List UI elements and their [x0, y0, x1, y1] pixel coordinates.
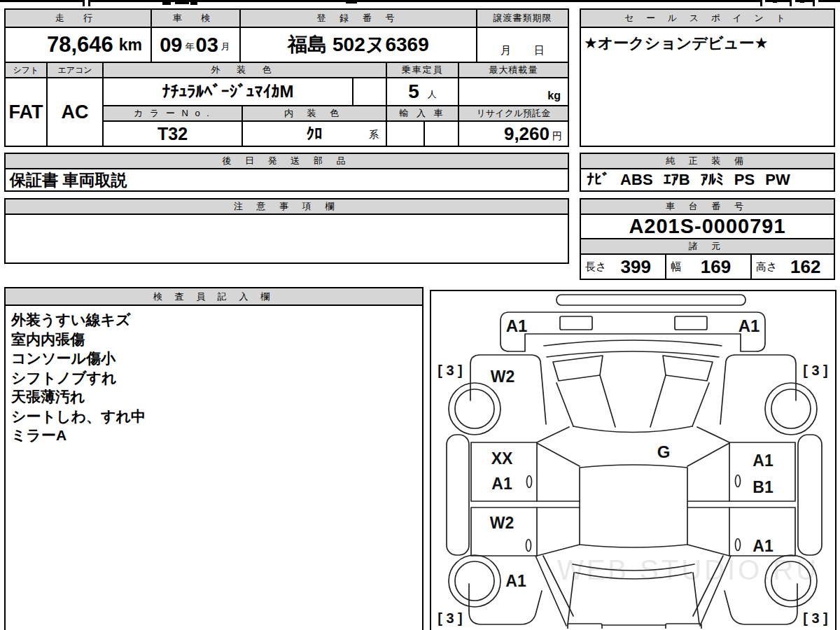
wheel-front-right	[765, 383, 817, 435]
later-parts-header: 後 日 発 送 部 品	[4, 153, 569, 169]
inspector-note-line: ミラーA	[11, 426, 416, 445]
inspector-note-line: コンソール傷小	[11, 349, 416, 368]
recycle-deposit-unit: 円	[552, 130, 562, 143]
mark-front-panel-right: A1	[738, 316, 760, 335]
shift-header: シフト	[4, 62, 48, 78]
interior-color-name: ｸﾛ	[307, 125, 323, 144]
spec-length-value: 399	[606, 256, 665, 278]
transfer-deadline-header: 譲渡書類期限	[476, 8, 569, 28]
mark-front-left-door-bottom: A1	[491, 475, 512, 493]
spec-length: 長さ 399	[580, 253, 666, 280]
exterior-color-header: 外 装 色	[102, 62, 387, 78]
clipped-row-fragment	[346, 0, 357, 4]
spec-length-label: 長さ	[585, 260, 606, 274]
recycle-deposit-value: 9,260 円	[458, 120, 569, 147]
clipped-row-fragment	[190, 0, 197, 5]
mileage-unit: km	[119, 36, 142, 55]
aircon-value: AC	[46, 77, 104, 147]
color-no-value: T32	[102, 120, 243, 147]
exterior-color-extra-cell	[352, 77, 387, 106]
interior-color-value: ｸﾛ 系	[241, 120, 387, 147]
import-car-header: 輸 入 車	[386, 105, 459, 122]
tire-mark-front-right: [ 3 ]	[803, 363, 828, 378]
aircon-header: エアコン	[46, 62, 104, 78]
mark-rear-left-quarter: A1	[505, 572, 526, 590]
spec-width: 幅 169	[665, 253, 752, 280]
max-load-value: kg	[458, 77, 569, 106]
spec-height: 高さ 162	[750, 253, 835, 280]
inspection-year-unit: 年	[186, 41, 195, 53]
inspection-year: 09	[160, 34, 182, 57]
capacity-unit: 人	[428, 88, 437, 101]
mark-front-right-door-top: A1	[752, 451, 774, 470]
mileage-header: 走 行	[4, 8, 152, 28]
mileage-value: 78,646 km	[4, 27, 152, 63]
door-handle	[526, 540, 531, 552]
transfer-month-char: 月	[500, 44, 511, 57]
rear-right-quarter	[724, 584, 797, 624]
registration-header: 登 録 番 号	[239, 8, 477, 28]
door-handle	[736, 539, 741, 551]
clipped-row-fragment	[800, 0, 804, 3]
interior-color-header: 内 装 色	[241, 105, 387, 122]
spec-width-value: 169	[681, 256, 750, 278]
left-sill	[447, 435, 469, 555]
mark-front-left-door-top: XX	[491, 449, 513, 468]
auction-sheet: 走 行 車 検 登 録 番 号 譲渡書類期限 78,646 km 09 年 03…	[0, 0, 840, 630]
wheel-rear-left	[449, 555, 500, 607]
front-right-fender	[720, 355, 796, 424]
clipped-row-fragment	[162, 0, 171, 5]
capacity-number: 5	[408, 80, 419, 103]
recycle-deposit-header: リサイクル預託金	[458, 105, 569, 122]
clipped-row-fragment	[773, 0, 777, 3]
roof-strip	[556, 295, 746, 305]
capacity-value: 5 人	[386, 77, 459, 106]
clipped-row-fragment	[175, 1, 189, 4]
mark-rear-left-door: W2	[490, 514, 514, 532]
mark-front-panel-left: A1	[506, 316, 528, 335]
roof-panel	[580, 465, 687, 547]
inspection-header: 車 検	[150, 8, 241, 28]
car-damage-diagram: WEB STUDIO.RU	[431, 291, 835, 629]
inspector-note-line: シフトノブすれ	[11, 368, 416, 388]
sales-point-body: ★オークションデビュー★	[580, 27, 835, 147]
spec-height-value: 162	[777, 256, 834, 278]
specs-header: 諸 元	[580, 238, 835, 255]
tire-mark-front-left: [ 3 ]	[438, 363, 463, 378]
inspector-note-line: シートしわ、すれ中	[11, 407, 416, 426]
inspector-notes-header: 検 査 員 記 入 欄	[4, 287, 424, 306]
inspection-month: 03	[196, 34, 218, 57]
watermark: WEB STUDIO.RU	[557, 554, 819, 585]
mileage-number: 78,646	[47, 32, 113, 57]
mark-front-left-fender: W2	[491, 368, 515, 386]
inspector-note-line: 天張薄汚れ	[11, 387, 416, 407]
import-car-cell-2	[424, 120, 459, 147]
inspector-note-line: 室内内張傷	[11, 330, 416, 349]
sales-point-header: セ ー ル ス ポ イ ン ト	[580, 8, 835, 28]
damage-diagram-box: WEB STUDIO.RU	[430, 290, 836, 630]
wheel-front-left	[449, 383, 500, 435]
interior-color-suffix: 系	[369, 129, 379, 141]
later-parts-value: 保証書 車両取説	[4, 168, 569, 192]
inspector-notes-body: 外装うすい線キズ 室内内張傷 コンソール傷小 シフトノブすれ 天張薄汚れ シート…	[4, 304, 424, 630]
door-handle	[527, 476, 532, 488]
glass-pane-right	[663, 356, 713, 381]
spec-height-label: 高さ	[756, 260, 777, 274]
recycle-deposit-number: 9,260	[504, 123, 550, 145]
max-load-header: 最大積載量	[458, 62, 569, 78]
registration-value: 福島 502ヌ6369	[239, 27, 477, 63]
front-panel-outline	[500, 312, 765, 351]
spec-width-label: 幅	[671, 260, 681, 274]
import-car-cell-1	[386, 120, 425, 147]
glass-pane-left	[553, 356, 603, 381]
inspection-value: 09 年 03 月	[150, 27, 241, 63]
chassis-no-value: A201S-0000791	[580, 214, 835, 239]
cautions-header: 注 意 事 項 欄	[4, 198, 569, 215]
mark-rear-right-door: A1	[752, 537, 774, 555]
inspection-month-unit: 月	[221, 41, 230, 53]
right-sill	[798, 435, 822, 555]
transfer-day-char: 日	[534, 44, 545, 57]
tire-mark-rear-right: [ 3 ]	[803, 610, 828, 626]
exterior-color-value: ﾅﾁｭﾗﾙﾍﾞｰｼﾞｭﾏｲｶM	[102, 77, 354, 106]
equipment-value: ﾅﾋﾞ ABS ｴｱB ｱﾙﾐ PS PW	[580, 168, 835, 192]
